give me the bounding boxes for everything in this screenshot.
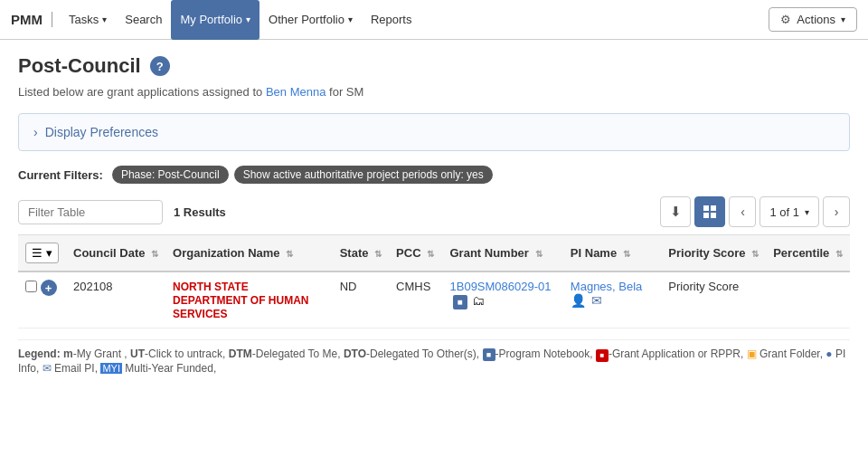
chevron-right-icon: › [33, 125, 38, 139]
sort-grant-icon[interactable]: ⇅ [535, 249, 542, 259]
data-table: ☰ ▾ Council Date ⇅ Organization Name ⇅ S… [18, 234, 850, 328]
col-header-priority-score: Priority Score ⇅ [661, 235, 766, 272]
nav-reports-label: Reports [371, 13, 412, 26]
actions-label: Actions [797, 13, 835, 26]
filters-label: Current Filters: [18, 168, 103, 182]
display-prefs-label: Display Preferences [45, 125, 158, 139]
download-button[interactable]: ⬇ [660, 196, 691, 227]
grant-number-link[interactable]: 1B09SM086029-01 [450, 280, 552, 293]
sort-priority-icon[interactable]: ⇅ [751, 249, 759, 259]
email-icon[interactable]: ✉ [591, 293, 602, 308]
nav-item-other-portfolio[interactable]: Other Portfolio ▾ [259, 0, 362, 40]
svg-rect-3 [711, 213, 716, 218]
legend-pi-info-icon: ● [826, 347, 832, 360]
subtitle-name1: Ben [266, 85, 287, 99]
sort-percentile-icon[interactable]: ⇅ [835, 249, 843, 259]
col-header-state: State ⇅ [333, 235, 389, 272]
row-percentile [766, 271, 850, 328]
row-priority-score: Priority Score [661, 271, 766, 328]
nav-item-tasks[interactable]: Tasks ▾ [60, 0, 116, 40]
sort-pi-icon[interactable]: ⇅ [623, 249, 630, 259]
legend-pdf-icon: ■ [596, 349, 609, 362]
filter-badge-phase[interactable]: Phase: Post-Council [112, 166, 229, 184]
table-row: + 202108 NORTH STATE DEPARTMENT OF HUMAN… [18, 271, 850, 328]
col-header-council-date: Council Date ⇅ [66, 235, 165, 272]
row-grant-number: 1B09SM086029-01 ■ 🗂 [443, 271, 563, 328]
pi-name-link[interactable]: Magnes, Bela [571, 280, 643, 293]
nav-item-my-portfolio[interactable]: My Portfolio ▾ [171, 0, 259, 40]
col-header-pi-name: PI Name ⇅ [563, 235, 661, 272]
nav-brand: PMM [11, 12, 52, 27]
row-checkbox[interactable] [25, 281, 37, 292]
help-icon[interactable]: ? [150, 56, 170, 76]
row-actions-header-btn[interactable]: ☰ ▾ [25, 243, 59, 263]
row-actions-cell: + [18, 271, 66, 328]
nav-other-caret: ▾ [348, 14, 353, 24]
nav-item-search[interactable]: Search [116, 0, 171, 40]
table-toolbar: 1 Results ⬇ ‹ 1 of 1 ▾ › [18, 196, 850, 227]
row-org-name: NORTH STATE DEPARTMENT OF HUMAN SERVICES [165, 271, 333, 328]
page-title-row: Post-Council ? [18, 54, 850, 78]
row-state: ND [333, 271, 389, 328]
next-page-button[interactable]: › [823, 196, 850, 227]
col-header-pcc: PCC ⇅ [389, 235, 442, 272]
display-prefs-panel[interactable]: › Display Preferences [18, 113, 850, 151]
svg-rect-2 [703, 213, 709, 218]
nav-tasks-caret: ▾ [102, 14, 107, 24]
actions-button[interactable]: ⚙ Actions ▾ [769, 7, 857, 32]
prev-page-button[interactable]: ‹ [729, 196, 756, 227]
col-header-org-name: Organization Name ⇅ [165, 235, 333, 272]
row-council-date: 202108 [66, 271, 165, 328]
toolbar-right: ⬇ ‹ 1 of 1 ▾ › [660, 196, 850, 227]
row-pcc: CMHS [389, 271, 442, 328]
folder-icon[interactable]: 🗂 [472, 293, 485, 308]
col-header-grant-number: Grant Number ⇅ [443, 235, 563, 272]
table-header: ☰ ▾ Council Date ⇅ Organization Name ⇅ S… [18, 235, 850, 272]
page-content: Post-Council ? Listed below are grant ap… [0, 40, 868, 389]
nav-tasks-label: Tasks [69, 13, 99, 26]
pagination-info[interactable]: 1 of 1 ▾ [760, 196, 819, 227]
table-body: + 202108 NORTH STATE DEPARTMENT OF HUMAN… [18, 271, 850, 328]
grid-view-button[interactable] [694, 196, 725, 227]
pagination-caret: ▾ [805, 207, 809, 217]
sort-org-icon[interactable]: ⇅ [286, 249, 293, 259]
legend-notebook-icon: ■ [483, 348, 495, 361]
svg-rect-0 [703, 205, 709, 211]
grid-icon [703, 205, 717, 219]
legend-myi-icon: MYI [100, 363, 122, 374]
legend-text: Legend: m-My Grant , UT-Click to untrack… [18, 347, 845, 375]
sort-state-icon[interactable]: ⇅ [374, 249, 382, 259]
filter-table-input[interactable] [18, 200, 163, 224]
add-row-button[interactable]: + [41, 280, 57, 296]
pagination-text: 1 of 1 [769, 205, 799, 219]
legend-email-icon: ✉ [42, 362, 52, 375]
legend-folder-icon: ▣ [747, 347, 757, 360]
filters-row: Current Filters: Phase: Post-Council Sho… [18, 166, 850, 184]
grant-icons: ■ 🗂 [453, 294, 486, 308]
gear-icon: ⚙ [780, 13, 791, 26]
actions-caret: ▾ [841, 14, 845, 24]
person-icon[interactable]: 👤 [571, 293, 586, 308]
col-header-actions: ☰ ▾ [18, 235, 66, 272]
nav-other-label: Other Portfolio [269, 13, 344, 26]
nav-portfolio-label: My Portfolio [180, 13, 242, 26]
filter-badge-active[interactable]: Show active authoritative project period… [234, 166, 493, 184]
row-pi-name: Magnes, Bela 👤 ✉ [563, 271, 661, 328]
sort-pcc-icon[interactable]: ⇅ [427, 249, 434, 259]
notebook-icon[interactable]: ■ [453, 295, 467, 309]
page-title: Post-Council [18, 54, 141, 78]
legend: Legend: m-My Grant , UT-Click to untrack… [18, 339, 850, 375]
navbar: PMM Tasks ▾ Search My Portfolio ▾ Other … [0, 0, 868, 40]
results-count: 1 Results [174, 205, 226, 219]
header-action-caret: ▾ [46, 246, 52, 260]
subtitle: Listed below are grant applications assi… [18, 85, 850, 99]
nav-search-label: Search [125, 13, 162, 26]
nav-item-reports[interactable]: Reports [362, 0, 421, 40]
svg-rect-1 [711, 205, 716, 211]
subtitle-name2: Menna [290, 85, 326, 99]
col-header-percentile: Percentile ⇅ [766, 235, 850, 272]
sort-council-icon[interactable]: ⇅ [151, 249, 158, 259]
hamburger-icon: ☰ [32, 246, 42, 260]
nav-portfolio-caret: ▾ [246, 14, 250, 24]
